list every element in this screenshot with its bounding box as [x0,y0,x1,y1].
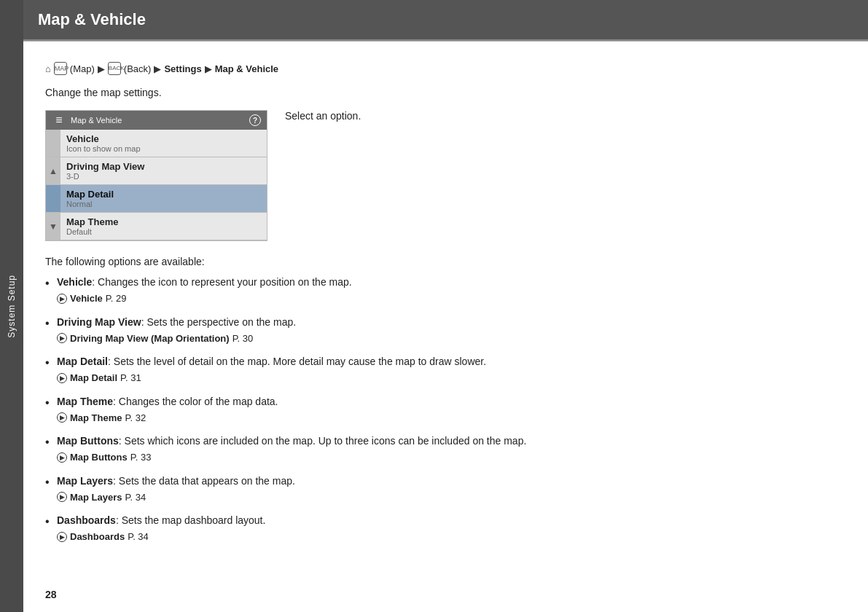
device-row-indicator-mapdetail [46,185,60,212]
home-icon: ⌂ [45,63,51,74]
main-content: Map & Vehicle ⌂ MAP (Map) ▶ BACK (Back) … [23,0,868,612]
breadcrumb-arrow-3: ▶ [205,63,212,74]
option-ref-text-vehicle: Vehicle [70,291,103,306]
device-row-maptheme[interactable]: ▼ Map Theme Default [46,213,267,240]
option-ref-page-mapdetail: P. 31 [120,371,141,385]
option-ref-vehicle: ▶ Vehicle P. 29 [57,291,846,306]
device-row-title-mapdetail: Map Detail [66,189,261,200]
device-row-content-mapdetail: Map Detail Normal [60,185,267,212]
device-row-sub-drivingmapview: 3-D [66,172,261,181]
list-item-drivingmapview: Driving Map View: Sets the perspective o… [45,315,846,346]
breadcrumb-arrow-2: ▶ [154,63,161,74]
up-arrow-icon: ▲ [49,166,58,176]
option-keyword-mapdetail: Map Detail [57,356,108,367]
option-ref-drivingmapview: ▶ Driving Map View (Map Orientation) P. … [57,332,846,346]
option-ref-mapdetail: ▶ Map Detail P. 31 [57,371,846,385]
breadcrumb-current: Map & Vehicle [215,63,278,74]
device-row-sub-mapdetail: Normal [66,200,261,208]
option-ref-text-mapdetail: Map Detail [70,371,117,385]
option-ref-text-dashboards: Dashboards [70,530,125,544]
device-row-title-vehicle: Vehicle [66,133,261,144]
option-ref-page-drivingmapview: P. 30 [232,332,254,346]
breadcrumb-settings: Settings [164,63,201,74]
back-icon: BACK [108,62,121,75]
device-row-mapdetail[interactable]: Map Detail Normal [46,185,267,213]
option-ref-dashboards: ▶ Dashboards P. 34 [57,530,846,544]
ref-arrow-drivingmapview: ▶ [57,333,67,343]
option-keyword-maplayers: Map Layers [57,475,113,487]
down-arrow-icon: ▼ [49,221,58,232]
list-item-maplayers: Map Layers: Sets the data that appears o… [45,474,846,505]
device-row-indicator-maptheme: ▼ [46,213,60,240]
map-icon: MAP [54,62,67,75]
device-menu-icon: ≡ [52,114,66,127]
device-row-title-drivingmapview: Driving Map View [66,161,261,172]
breadcrumb-map-text: (Map) [70,63,95,74]
list-item-maptheme: Map Theme: Changes the color of the map … [45,394,846,425]
option-keyword-vehicle: Vehicle [57,276,92,288]
option-ref-page-dashboards: P. 34 [128,530,149,544]
option-desc-mapbuttons: : Sets which icons are included on the m… [119,435,527,447]
option-ref-maplayers: ▶ Map Layers P. 34 [57,490,846,505]
device-row-sub-maptheme: Default [66,227,261,236]
device-row-content-drivingmapview: Driving Map View 3-D [60,157,267,184]
options-section: The following options are available: Veh… [45,256,846,544]
device-header-title: Map & Vehicle [71,116,122,125]
intro-text: Change the map settings. [45,87,846,98]
select-option-text: Select an option. [285,107,361,122]
breadcrumb: ⌂ MAP (Map) ▶ BACK (Back) ▶ Settings ▶ M… [45,62,846,75]
sidebar-label: System Setup [7,275,17,338]
option-ref-page-maptheme: P. 32 [125,411,146,425]
device-row-drivingmapview[interactable]: ▲ Driving Map View 3-D [46,157,267,185]
device-row-indicator-vehicle [46,130,60,157]
ref-arrow-mapdetail: ▶ [57,373,67,383]
screenshot-row: ≡ Map & Vehicle ? Vehicle Icon to show o… [45,110,846,241]
device-help-button[interactable]: ? [249,114,261,126]
option-keyword-maptheme: Map Theme [57,396,113,407]
options-list: Vehicle: Changes the icon to represent y… [45,275,846,544]
options-intro: The following options are available: [45,256,846,267]
option-desc-maplayers: : Sets the data that appears on the map. [113,475,295,487]
device-screenshot: ≡ Map & Vehicle ? Vehicle Icon to show o… [45,110,267,241]
option-ref-text-maptheme: Map Theme [70,411,122,425]
breadcrumb-arrow-1: ▶ [98,63,105,74]
option-desc-dashboards: : Sets the map dashboard layout. [116,514,265,526]
page-header: Map & Vehicle [23,0,868,41]
ref-arrow-dashboards: ▶ [57,532,67,542]
option-ref-page-maplayers: P. 34 [125,490,146,505]
breadcrumb-back-text: (Back) [124,63,152,74]
option-ref-page-vehicle: P. 29 [106,291,127,306]
page-number: 28 [23,583,868,612]
option-ref-text-drivingmapview: Driving Map View (Map Orientation) [70,332,230,346]
option-desc-mapdetail: : Sets the level of detail on the map. M… [108,356,486,367]
select-option-area: Select an option. [285,110,361,122]
option-ref-page-mapbuttons: P. 33 [130,450,152,465]
option-ref-text-maplayers: Map Layers [70,490,122,505]
device-header: ≡ Map & Vehicle ? [46,111,267,130]
list-item-mapdetail: Map Detail: Sets the level of detail on … [45,354,846,385]
ref-arrow-mapbuttons: ▶ [57,452,67,463]
option-ref-mapbuttons: ▶ Map Buttons P. 33 [57,450,846,465]
ref-arrow-maptheme: ▶ [57,412,67,423]
device-row-sub-vehicle: Icon to show on map [66,144,261,153]
list-item-mapbuttons: Map Buttons: Sets which icons are includ… [45,434,846,465]
ref-arrow-vehicle: ▶ [57,294,67,304]
option-desc-maptheme: : Changes the color of the map data. [113,396,278,407]
option-desc-drivingmapview: : Sets the perspective on the map. [141,316,296,328]
list-item-dashboards: Dashboards: Sets the map dashboard layou… [45,513,846,544]
content-area: ⌂ MAP (Map) ▶ BACK (Back) ▶ Settings ▶ M… [23,42,868,583]
device-row-title-maptheme: Map Theme [66,216,261,227]
device-row-content-vehicle: Vehicle Icon to show on map [60,130,267,157]
option-ref-text-mapbuttons: Map Buttons [70,450,128,465]
option-keyword-dashboards: Dashboards [57,514,116,526]
page-title: Map & Vehicle [38,10,146,28]
option-desc-vehicle: : Changes the icon to represent your pos… [92,276,351,288]
list-item-vehicle: Vehicle: Changes the icon to represent y… [45,275,846,306]
option-keyword-drivingmapview: Driving Map View [57,316,141,328]
device-row-vehicle[interactable]: Vehicle Icon to show on map [46,130,267,157]
option-ref-maptheme: ▶ Map Theme P. 32 [57,411,846,425]
option-keyword-mapbuttons: Map Buttons [57,435,119,447]
ref-arrow-maplayers: ▶ [57,492,67,502]
sidebar: System Setup [0,0,23,612]
device-row-content-maptheme: Map Theme Default [60,213,267,240]
